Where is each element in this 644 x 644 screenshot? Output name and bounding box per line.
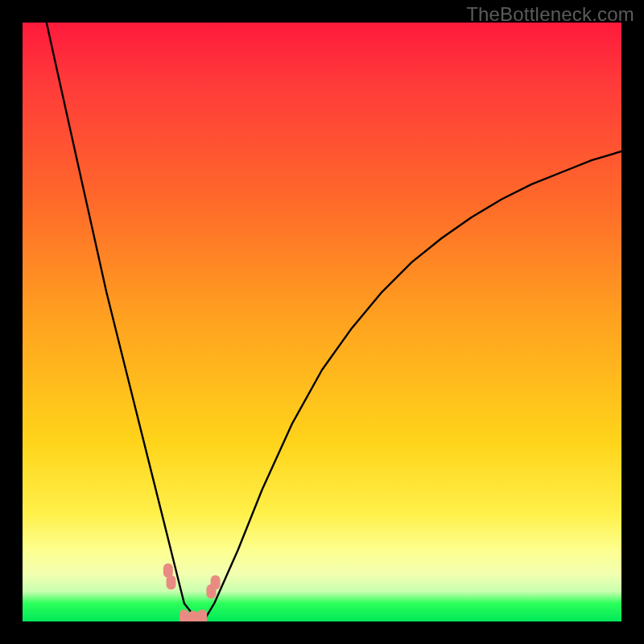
marker-bottom-2 (188, 611, 198, 622)
marker-right-pair-2 (211, 576, 221, 590)
marker-left-pair-2 (167, 576, 176, 590)
plot-area (23, 23, 621, 621)
curve-layer (23, 23, 621, 621)
outer-frame: TheBottleneck.com (0, 0, 644, 644)
marker-bottom-3 (197, 609, 207, 621)
marker-bottom-1 (180, 609, 189, 621)
marker-group (163, 564, 221, 621)
bottleneck-curve (47, 23, 621, 618)
